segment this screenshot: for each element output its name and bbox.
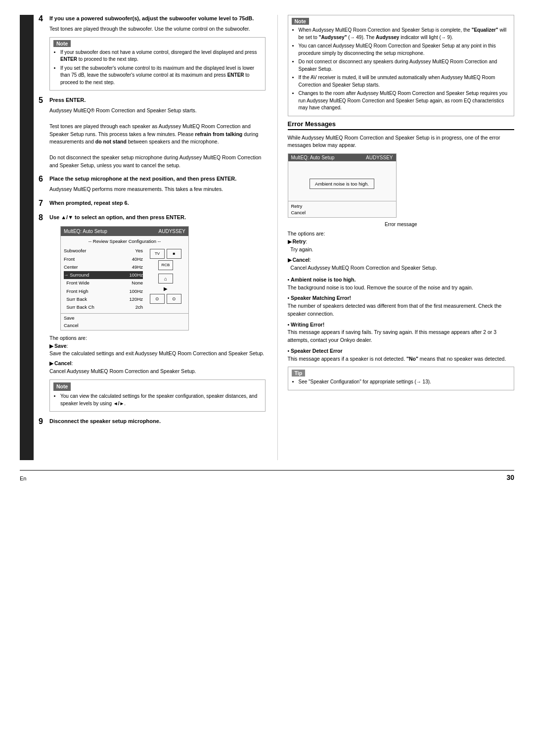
step-6-number: 6 <box>39 175 48 184</box>
error-messages-intro: While Audyssey MultEQ Room Correction an… <box>288 134 515 150</box>
screen-row-surround: → Surround100Hz <box>64 271 143 279</box>
error-screen-box: MultEQ: Auto Setup AUDYSSEY Ambient nois… <box>288 153 397 218</box>
step-8-header: 8 Use ▲/▼ to select an option, and then … <box>39 214 266 222</box>
error-screen-footer: Retry Cancel <box>288 201 396 217</box>
right-note-item-2: You can cancel Audyssey MultEQ Room Corr… <box>299 43 511 57</box>
bullet-speaker-detect-title: Speaker Detect Error <box>291 348 342 354</box>
screen-rows: SubwooferYes Front40Hz Center49Hz → Surr… <box>64 247 143 311</box>
page-number: 30 <box>506 473 514 481</box>
step-4-body: Test tones are played through the subwoo… <box>49 25 266 33</box>
step-8-body: MultEQ: Auto Setup AUDYSSEY -- Review Sp… <box>49 226 266 412</box>
screen-body: -- Review Speaker Configuration -- Subwo… <box>61 236 188 313</box>
screen-row-frontwide: Front WideNone <box>64 279 143 287</box>
retry-option: ▶Retry: Try again. <box>288 238 515 254</box>
error-screen-title: MultEQ: Auto Setup <box>291 155 335 160</box>
cancel-option-label-right: Cancel <box>293 257 310 263</box>
step-5-body-2: Test tones are played through each speak… <box>49 123 266 146</box>
speaker-row-3: ⌂ <box>158 274 173 284</box>
bullet-speaker-matching-text: The number of speakers detected was diff… <box>288 303 502 317</box>
tip-item-1: See "Speaker Configuration" for appropri… <box>299 378 511 386</box>
bullet-speaker-matching-title: Speaker Matching Error! <box>291 295 351 301</box>
screen-footer: Save Cancel <box>61 313 188 330</box>
screen-subtitle: -- Review Speaker Configuration -- <box>64 238 185 245</box>
main-content: 4 If you use a powered subwoofer(s), adj… <box>39 15 514 460</box>
save-arrow-icon: ▶ <box>49 342 53 350</box>
left-column: 4 If you use a powered subwoofer(s), adj… <box>39 15 266 460</box>
cancel-option-right: ▶Cancel: Cancel Audyssey MultEQ Room Cor… <box>288 256 515 272</box>
right-note-item-5: Changes to the room after Audyssey MultE… <box>299 90 511 112</box>
right-note-item-4: If the AV receiver is muted, it will be … <box>299 74 511 89</box>
step-4-note-box: Note If your subwoofer does not have a v… <box>49 37 266 91</box>
bullet-ambient-title: Ambient noise is too high. <box>291 277 356 283</box>
step-8-note-item-1: You can view the calculated settings for… <box>60 393 262 407</box>
error-footer-retry: Retry <box>291 203 393 209</box>
step-4-note-item-2: If you set the subwoofer's volume contro… <box>60 65 262 87</box>
speaker-row-2: RCB <box>158 260 173 270</box>
step-6-title: Place the setup microphone at the next p… <box>49 175 236 183</box>
step-8-number: 8 <box>39 213 48 222</box>
step-7-block: 7 When prompted, repeat step 6. <box>39 199 266 208</box>
speaker-icon-top: ■ <box>167 249 181 259</box>
step-9-title: Disconnect the speaker setup microphone. <box>49 418 161 425</box>
step-5-block: 5 Press ENTER. Audyssey MultEQ® Room Cor… <box>39 96 266 169</box>
step-4-note-title: Note <box>53 40 71 47</box>
right-note-box: Note When Audyssey MultEQ Room Correctio… <box>288 15 515 116</box>
options-label: The options are: <box>49 334 266 342</box>
step-4-note-item-1: If your subwoofer does not have a volume… <box>60 49 262 63</box>
step-8-note-box: Note You can view the calculated setting… <box>49 379 266 412</box>
retry-arrow-icon: ▶ <box>288 238 292 246</box>
step-5-number: 5 <box>39 96 48 105</box>
step-4-note-list: If your subwoofer does not have a volume… <box>53 49 262 87</box>
tip-title: Tip <box>292 370 306 377</box>
step-7-number: 7 <box>39 199 48 208</box>
step-5-body: Audyssey MultEQ® Room Correction and Spe… <box>49 107 266 169</box>
screen-header: MultEQ: Auto Setup AUDYSSEY <box>61 227 188 236</box>
cancel-option-text: Cancel Audyssey MultEQ Room Correction a… <box>49 368 196 374</box>
save-option: ▶Save: Save the calculated settings and … <box>49 342 266 358</box>
cancel-option-label: Cancel <box>54 360 71 366</box>
error-messages-title: Error Messages <box>288 120 515 130</box>
save-option-text: Save the calculated settings and exit Au… <box>49 350 264 356</box>
retry-option-label: Retry <box>293 238 306 244</box>
bullet-speaker-detect: • Speaker Detect Error This message appe… <box>288 347 515 363</box>
retry-option-text: Try again. <box>290 246 313 252</box>
step-4-header: 4 If you use a powered subwoofer(s), adj… <box>39 15 266 23</box>
step-6-block: 6 Place the setup microphone at the next… <box>39 175 266 193</box>
screen-footer-save: Save <box>64 315 185 322</box>
screen-footer-cancel: Cancel <box>64 322 185 329</box>
page-footer: En 30 <box>20 470 514 481</box>
screen-row-subwoofer: SubwooferYes <box>64 247 143 255</box>
page-en-label: En <box>20 475 26 481</box>
bullet-writing-error-title: Writing Error! <box>291 322 324 328</box>
error-screen-header: MultEQ: Auto Setup AUDYSSEY <box>288 154 396 161</box>
step-9-header: 9 Disconnect the speaker setup microphon… <box>39 418 266 426</box>
screen-row-surrbackch: Surr Back Ch2ch <box>64 303 143 311</box>
screen-row-surrback: Surr Back120Hz <box>64 295 143 303</box>
right-options-section: The options are: ▶Retry: Try again. ▶Can… <box>288 230 515 272</box>
speaker-icon-sub: ⊙ <box>150 294 165 304</box>
step-6-header: 6 Place the setup microphone at the next… <box>39 175 266 184</box>
bullet-speaker-detect-text: This message appears if a speaker is not… <box>288 356 506 362</box>
tip-list: See "Speaker Configuration" for appropri… <box>292 378 511 386</box>
right-note-list: When Audyssey MultEQ Room Correction and… <box>292 27 511 112</box>
speaker-icon-tv: TV <box>150 249 165 259</box>
step-4-block: 4 If you use a powered subwoofer(s), adj… <box>39 15 266 91</box>
bullet-writing-error-text: This message appears if saving fails. Tr… <box>288 329 497 343</box>
step-9-block: 9 Disconnect the speaker setup microphon… <box>39 418 266 426</box>
right-column: Note When Audyssey MultEQ Room Correctio… <box>277 15 515 460</box>
speaker-row-1: TV ■ <box>150 249 181 259</box>
step-5-body-1: Audyssey MultEQ® Room Correction and Spe… <box>49 107 266 115</box>
error-footer-cancel: Cancel <box>291 209 393 216</box>
step-7-title: When prompted, repeat step 6. <box>49 199 129 207</box>
step-4-title: If you use a powered subwoofer(s), adjus… <box>49 15 254 22</box>
step-6-body: Audyssey MultEQ performs more measuremen… <box>49 186 266 193</box>
right-note-item-3: Do not connect or disconnect any speaker… <box>299 58 511 73</box>
cancel-option-left: ▶Cancel: Cancel Audyssey MultEQ Room Cor… <box>49 360 266 376</box>
left-black-bar <box>20 15 34 460</box>
bullet-ambient: • Ambient noise is too high. The backgro… <box>288 276 515 292</box>
error-screen-body: Ambient noise is too high. <box>288 161 396 201</box>
error-caption: Error message <box>288 222 515 227</box>
step-8-options: The options are: ▶Save: Save the calcula… <box>49 334 266 376</box>
speaker-icon-mid: ⌂ <box>158 274 173 284</box>
step-8-note-list: You can view the calculated settings for… <box>53 393 262 407</box>
